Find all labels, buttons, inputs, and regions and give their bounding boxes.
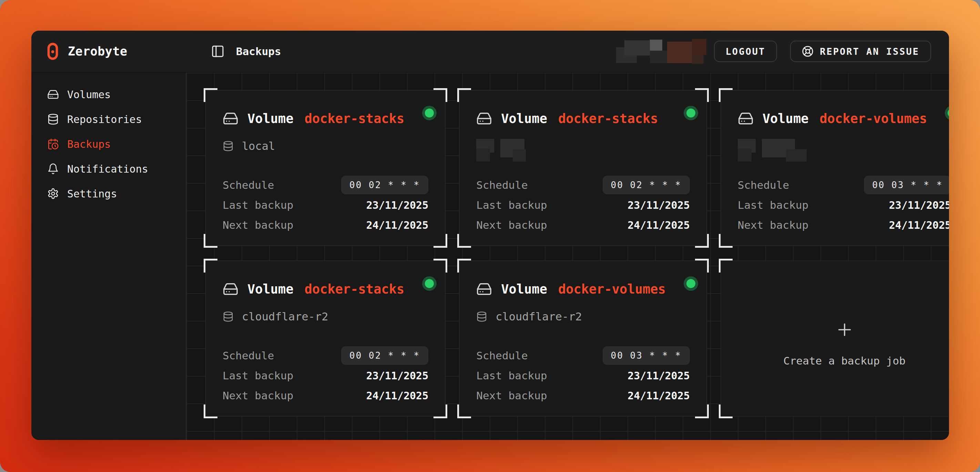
card-spacer <box>476 323 690 346</box>
schedule-row: Schedule 00 02 * * * <box>223 175 428 195</box>
card-header: Volume docker-volumes <box>476 281 690 297</box>
database-icon <box>47 113 59 125</box>
topbar: Zerobyte Backups LOGOUT REPORT AN ISSUE <box>31 31 949 73</box>
card-spacer <box>738 162 949 175</box>
calendar-clock-icon <box>47 138 59 150</box>
last-backup-date: 23/11/2025 <box>889 199 949 211</box>
next-backup-label: Next backup <box>476 389 547 402</box>
repository-row: cloudflare-r2 <box>476 310 690 323</box>
corner-bracket <box>719 259 733 273</box>
corner-bracket <box>204 404 218 418</box>
schedule-row: Schedule 00 03 * * * <box>476 346 690 366</box>
sidebar-item-label: Repositories <box>67 113 142 126</box>
backup-job-card[interactable]: Volume docker-volumes cloudflare-r2 Sche… <box>459 261 707 416</box>
backup-job-card[interactable]: Volume docker-volumes Schedule 00 03 * *… <box>721 90 949 246</box>
sidebar-item-label: Settings <box>67 188 117 200</box>
next-backup-date: 24/11/2025 <box>627 390 690 402</box>
backups-grid-area: Volume docker-stacks local Schedule 00 0… <box>186 73 949 440</box>
next-backup-label: Next backup <box>223 389 293 402</box>
sidebar-item-label: Volumes <box>67 89 111 101</box>
last-backup-row: Last backup 23/11/2025 <box>476 195 690 215</box>
volume-name: docker-stacks <box>305 111 404 126</box>
card-header: Volume docker-volumes <box>738 111 949 126</box>
volume-name: docker-volumes <box>558 282 666 297</box>
cron-badge: 00 02 * * * <box>341 346 428 365</box>
corner-bracket <box>719 404 733 418</box>
corner-bracket <box>433 234 447 248</box>
next-backup-row: Next backup 24/11/2025 <box>476 386 690 405</box>
card-spacer <box>476 162 690 175</box>
schedule-label: Schedule <box>738 179 789 191</box>
sidebar: Volumes Repositories Backups Notificatio… <box>31 73 186 440</box>
volume-name: docker-stacks <box>558 111 658 126</box>
backup-job-card[interactable]: Volume docker-stacks Schedule 00 02 * * … <box>459 90 707 246</box>
next-backup-row: Next backup 24/11/2025 <box>738 215 949 235</box>
next-backup-date: 24/11/2025 <box>627 219 690 231</box>
volume-label: Volume <box>247 111 294 126</box>
card-spacer <box>223 153 428 175</box>
sidebar-item-backups[interactable]: Backups <box>31 132 186 156</box>
brand-name: Zerobyte <box>68 44 127 58</box>
last-backup-row: Last backup 23/11/2025 <box>223 195 428 215</box>
redacted-user-info <box>616 39 706 64</box>
schedule-label: Schedule <box>223 350 274 362</box>
corner-bracket <box>695 88 709 102</box>
corner-bracket <box>695 259 709 273</box>
last-backup-row: Last backup 23/11/2025 <box>223 366 428 386</box>
sidebar-toggle-icon[interactable] <box>211 44 225 58</box>
logout-button[interactable]: LOGOUT <box>714 41 777 62</box>
corner-bracket <box>433 259 447 273</box>
last-backup-row: Last backup 23/11/2025 <box>738 195 949 215</box>
corner-bracket <box>695 234 709 248</box>
last-backup-label: Last backup <box>223 369 293 382</box>
sidebar-item-volumes[interactable]: Volumes <box>31 82 186 107</box>
backup-job-card[interactable]: Volume docker-stacks cloudflare-r2 Sched… <box>205 261 445 416</box>
sidebar-item-settings[interactable]: Settings <box>31 181 186 206</box>
sidebar-item-repositories[interactable]: Repositories <box>31 107 186 132</box>
corner-bracket <box>457 234 471 248</box>
repository-name: cloudflare-r2 <box>242 310 328 323</box>
hard-drive-icon <box>738 111 754 126</box>
hard-drive-icon <box>476 281 492 297</box>
database-icon <box>476 311 487 322</box>
corner-bracket <box>695 404 709 418</box>
create-backup-job-card[interactable]: Create a backup job <box>721 261 949 416</box>
sidebar-item-notifications[interactable]: Notifications <box>31 156 186 181</box>
hard-drive-icon <box>47 89 59 100</box>
backup-job-card[interactable]: Volume docker-stacks local Schedule 00 0… <box>205 90 445 246</box>
gear-icon <box>47 188 59 199</box>
sidebar-item-label: Backups <box>67 138 111 150</box>
schedule-row: Schedule 00 02 * * * <box>476 175 690 195</box>
next-backup-label: Next backup <box>738 219 808 231</box>
bell-icon <box>47 163 59 175</box>
report-issue-button[interactable]: REPORT AN ISSUE <box>790 41 931 62</box>
volume-name: docker-stacks <box>305 282 404 297</box>
sidebar-item-label: Notifications <box>67 163 148 175</box>
volume-label: Volume <box>247 282 294 297</box>
card-header: Volume docker-stacks <box>223 281 428 297</box>
cron-badge: 00 02 * * * <box>341 176 428 194</box>
corner-bracket <box>433 404 447 418</box>
redacted-repository <box>476 139 549 162</box>
schedule-label: Schedule <box>476 179 528 191</box>
last-backup-label: Last backup <box>738 199 808 211</box>
card-header: Volume docker-stacks <box>223 111 428 126</box>
zerobyte-logo-icon <box>47 42 58 60</box>
brand: Zerobyte <box>31 42 186 60</box>
corner-bracket <box>433 88 447 102</box>
repository-name: local <box>242 140 275 153</box>
lifebuoy-icon <box>802 46 814 57</box>
redacted-repository <box>738 139 810 162</box>
card-header: Volume docker-stacks <box>476 111 690 126</box>
status-dot <box>686 279 695 288</box>
volume-label: Volume <box>762 111 809 126</box>
schedule-label: Schedule <box>223 179 274 191</box>
last-backup-date: 23/11/2025 <box>366 370 429 382</box>
next-backup-date: 24/11/2025 <box>366 390 429 402</box>
next-backup-label: Next backup <box>223 219 293 231</box>
status-dot <box>686 108 695 118</box>
last-backup-date: 23/11/2025 <box>627 199 690 211</box>
volume-name: docker-volumes <box>819 111 927 126</box>
app-body: Volumes Repositories Backups Notificatio… <box>31 73 949 440</box>
corner-bracket <box>719 234 733 248</box>
